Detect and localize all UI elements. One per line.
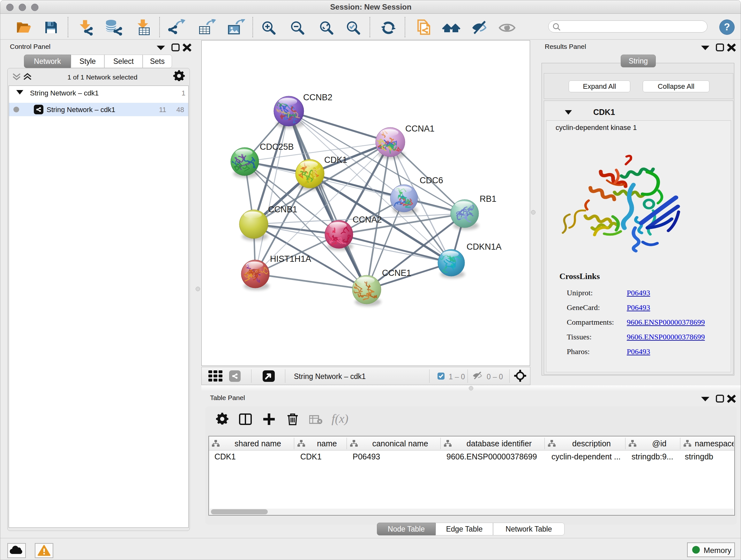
svg-text:CDK1: CDK1 (324, 155, 347, 165)
svg-text:CCNA2: CCNA2 (353, 215, 382, 225)
svg-text:CDC6: CDC6 (420, 176, 443, 185)
svg-text:CCNB1: CCNB1 (268, 205, 297, 214)
svg-text:CCNB2: CCNB2 (303, 92, 333, 102)
svg-text:CDKN1A: CDKN1A (467, 242, 502, 252)
svg-text:CDC25B: CDC25B (260, 142, 294, 152)
svg-text:CCNA1: CCNA1 (405, 124, 434, 133)
svg-text:HIST1H1A: HIST1H1A (270, 254, 311, 264)
svg-text:CCNE1: CCNE1 (382, 268, 411, 278)
svg-text:RB1: RB1 (480, 194, 496, 204)
